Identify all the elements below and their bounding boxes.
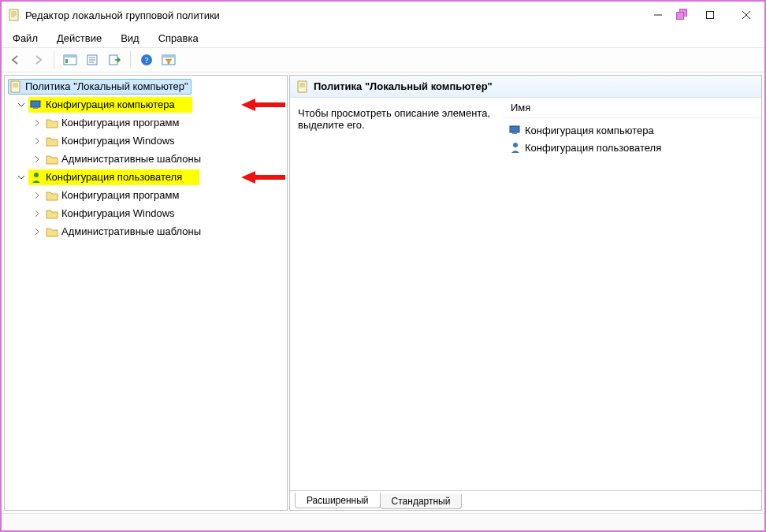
tree-item-windows[interactable]: Конфигурация Windows xyxy=(5,204,287,222)
svg-rect-26 xyxy=(33,107,38,109)
menu-help[interactable]: Справка xyxy=(151,31,206,46)
tab-standard[interactable]: Стандартный xyxy=(380,494,463,509)
content-header: Политика "Локальный компьютер" xyxy=(290,76,761,98)
svg-rect-10 xyxy=(64,55,76,58)
description-pane: Чтобы просмотреть описание элемента, выд… xyxy=(290,98,503,489)
tree-computer-config[interactable]: Конфигурация компьютера xyxy=(5,95,287,113)
help-button[interactable]: ? xyxy=(137,50,156,69)
svg-text:?: ? xyxy=(145,55,149,65)
tree-item-label: Административные шаблоны xyxy=(61,153,201,165)
content-header-title: Политика "Локальный компьютер" xyxy=(314,80,493,92)
list-item-computer-config[interactable]: Конфигурация компьютера xyxy=(509,121,755,139)
minimize-button[interactable] xyxy=(640,3,676,27)
forward-button[interactable] xyxy=(28,50,47,69)
tree-item-programs[interactable]: Конфигурация программ xyxy=(5,186,287,204)
list-column-header[interactable]: Имя xyxy=(503,98,761,118)
tree-item-programs[interactable]: Конфигурация программ xyxy=(5,113,287,132)
menu-action[interactable]: Действие xyxy=(49,31,110,46)
tree-item-admin[interactable]: Административные шаблоны xyxy=(5,222,287,240)
tab-label: Расширенный xyxy=(307,495,369,506)
view-tabs: Расширенный Стандартный xyxy=(290,489,761,510)
tab-label: Стандартный xyxy=(392,496,451,507)
tree-item-label: Административные шаблоны xyxy=(61,225,201,237)
svg-rect-25 xyxy=(31,101,40,107)
svg-rect-33 xyxy=(512,132,517,134)
folder-icon xyxy=(46,225,58,238)
red-arrow-icon xyxy=(238,97,287,113)
tree-item-label: Конфигурация компьютера xyxy=(46,99,175,110)
maximize-button[interactable] xyxy=(692,3,728,27)
tree-item-windows[interactable]: Конфигурация Windows xyxy=(5,132,287,150)
computer-icon xyxy=(509,124,522,136)
tree-item-label: Конфигурация программ xyxy=(61,117,179,128)
folder-icon xyxy=(46,117,58,129)
tree-root[interactable]: Политика "Локальный компьютер" xyxy=(5,77,287,95)
export-button[interactable] xyxy=(105,50,124,69)
tree-user-config[interactable]: Конфигурация пользователя xyxy=(5,168,287,186)
svg-rect-11 xyxy=(65,59,68,63)
chevron-down-icon[interactable] xyxy=(16,172,27,183)
chevron-right-icon[interactable] xyxy=(32,154,43,165)
tree-item-admin[interactable]: Административные шаблоны xyxy=(5,150,287,168)
properties-button[interactable] xyxy=(83,50,102,69)
tree-item-label: Конфигурация программ xyxy=(61,189,179,201)
tree-item-label: Конфигурация Windows xyxy=(61,135,175,147)
column-name-label: Имя xyxy=(511,102,530,113)
filter-button[interactable] xyxy=(159,50,178,69)
body-area: Политика "Локальный компьютер" Конфигура… xyxy=(2,73,764,513)
document-icon xyxy=(296,80,309,93)
content-inner: Чтобы просмотреть описание элемента, выд… xyxy=(290,98,761,489)
back-button[interactable] xyxy=(6,50,25,69)
close-button[interactable] xyxy=(728,3,764,27)
svg-rect-32 xyxy=(510,126,519,132)
tree-item-label: Конфигурация пользователя xyxy=(46,171,182,183)
document-icon xyxy=(9,80,22,93)
window-controls xyxy=(640,2,764,28)
description-text: Чтобы просмотреть описание элемента, выд… xyxy=(298,107,490,131)
list-pane: Имя Конфигурация компьютера xyxy=(503,98,761,489)
list-item-label: Конфигурация пользователя xyxy=(525,142,661,154)
chevron-right-icon[interactable] xyxy=(32,136,43,147)
menu-file[interactable]: Файл xyxy=(5,31,46,46)
menu-view[interactable]: Вид xyxy=(113,31,147,46)
list-item-label: Конфигурация компьютера xyxy=(525,125,654,136)
status-bar xyxy=(2,513,764,530)
policy-tree: Политика "Локальный компьютер" Конфигура… xyxy=(5,76,287,242)
tree-item-label: Конфигурация Windows xyxy=(61,207,175,219)
user-icon xyxy=(30,171,43,184)
content-pane: Политика "Локальный компьютер" Чтобы про… xyxy=(289,75,762,511)
toolbar: ? xyxy=(2,47,764,73)
window-title: Редактор локальной групповой политики xyxy=(25,9,220,21)
app-window: Редактор локальной групповой политики Фа… xyxy=(0,0,766,532)
svg-rect-6 xyxy=(707,12,714,19)
show-tree-button[interactable] xyxy=(61,50,80,69)
folder-icon xyxy=(46,189,58,202)
chevron-right-icon[interactable] xyxy=(32,117,43,128)
menu-bar: Файл Действие Вид Справка xyxy=(2,28,764,47)
folder-icon xyxy=(46,135,58,147)
computer-icon xyxy=(30,99,43,111)
tab-extended[interactable]: Расширенный xyxy=(295,493,381,508)
red-arrow-icon xyxy=(238,169,287,185)
chevron-right-icon[interactable] xyxy=(32,226,43,237)
list-item-user-config[interactable]: Конфигурация пользователя xyxy=(509,139,755,156)
folder-icon xyxy=(46,153,58,166)
user-icon xyxy=(509,141,522,154)
svg-point-34 xyxy=(513,143,518,147)
folder-icon xyxy=(46,207,58,220)
app-icon xyxy=(8,9,20,21)
tree-pane: Политика "Локальный компьютер" Конфигура… xyxy=(4,75,288,511)
tree-root-label: Политика "Локальный компьютер" xyxy=(25,80,188,92)
overlap-windows-icon xyxy=(676,9,689,21)
svg-point-27 xyxy=(34,173,39,177)
svg-rect-20 xyxy=(162,55,175,58)
title-bar: Редактор локальной групповой политики xyxy=(2,2,764,28)
chevron-down-icon[interactable] xyxy=(16,99,27,110)
chevron-right-icon[interactable] xyxy=(32,208,43,219)
chevron-right-icon[interactable] xyxy=(32,190,43,201)
